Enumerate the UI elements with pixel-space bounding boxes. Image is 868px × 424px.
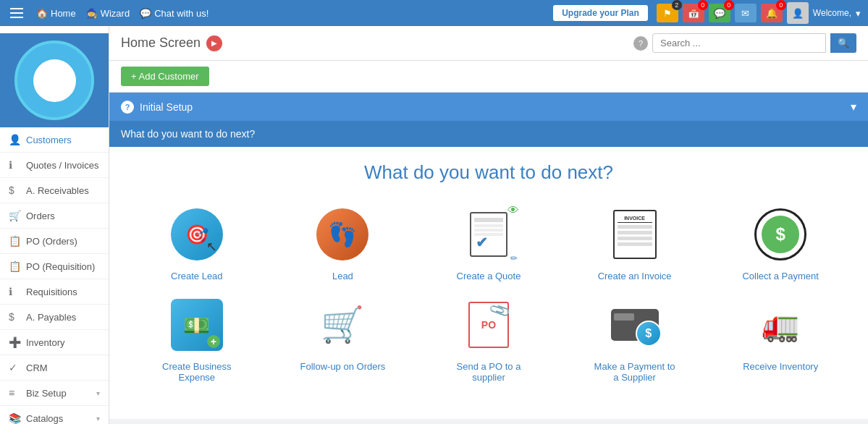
expense-plus-icon: + (207, 335, 220, 348)
biz-setup-arrow-icon: ▾ (96, 389, 100, 397)
chat-badge-count: 0 (724, 0, 734, 10)
sidebar-label-orders: Orders (26, 211, 55, 221)
chat-link[interactable]: 💬 Chat with us! (140, 8, 208, 19)
quote-doc-icon: ✔ 👁 ✏ (463, 208, 515, 260)
invoice-doc-icon: INVOICE (609, 208, 661, 260)
payables-icon: $ (9, 311, 20, 323)
lead-circle-icon: 👣 (316, 208, 368, 260)
setup-banner-label: Initial Setup (140, 101, 193, 113)
sidebar-label-po-orders: PO (Orders) (26, 236, 77, 247)
top-nav-left: 🏠 Home 🧙 Wizard 💬 Chat with us! (7, 5, 544, 21)
sidebar-label-inventory: Inventory (26, 337, 64, 348)
sidebar-item-payables[interactable]: $ A. Payables (0, 305, 109, 330)
catalogs-arrow-icon: ▾ (96, 415, 100, 423)
search-help-icon[interactable]: ? (633, 36, 648, 51)
sidebar-item-quotes-invoices[interactable]: ℹ Quotes / Invoices (0, 153, 109, 178)
action-label-payment: Make a Payment to a Supplier (591, 361, 678, 383)
action-item-po[interactable]: 📎 PO Send a PO to a supplier (445, 296, 532, 383)
action-item-inventory[interactable]: 🚛 Receive Inventory (737, 296, 824, 383)
action-label-quote: Create a Quote (457, 271, 521, 281)
setup-question-icon: ? (121, 101, 134, 114)
page-title: Home Screen (121, 35, 201, 51)
invoice-doc-shape: INVOICE (613, 210, 657, 259)
sidebar-item-inventory[interactable]: ➕ Inventory (0, 330, 109, 355)
sidebar-label-po-req: PO (Requisition) (26, 261, 95, 272)
setup-banner-left: ? Initial Setup (121, 101, 193, 114)
quote-edit-icon: ✏ (510, 253, 518, 263)
bell-icon-badge[interactable]: 🔔 0 (761, 4, 783, 22)
home-link[interactable]: 🏠 Home (36, 8, 76, 19)
sidebar-label-crm: CRM (26, 362, 48, 373)
collect-circle-icon: $ (754, 208, 806, 260)
forklift-icon: 🚛 (754, 299, 806, 351)
sidebar-label-catalogs: Catalogs (26, 413, 63, 424)
top-nav-icons: ⚑ 2 📅 0 💬 0 ✉ 🔔 0 👤 Welcome, ▾ (657, 2, 861, 24)
sidebar-item-receivables[interactable]: $ A. Receivables (0, 178, 109, 203)
followup-icon-container: 🛒 (313, 296, 371, 354)
dropdown-arrow-icon[interactable]: ▾ (856, 8, 861, 19)
quote-doc-shape: ✔ (470, 212, 507, 257)
cart-icon: 🛒 (316, 299, 368, 351)
sidebar-label-requisitions: Requisitions (26, 287, 77, 297)
invoice-title-label: INVOICE (618, 216, 652, 223)
action-label-po: Send a PO to a supplier (445, 361, 532, 383)
page-title-row: Home Screen ▶ (121, 35, 222, 51)
lead-icon: 👣 (313, 205, 371, 263)
sidebar-item-po-requisition[interactable]: 📋 PO (Requisition) (0, 254, 109, 279)
customers-icon: 👤 (9, 134, 20, 145)
sidebar-item-po-orders[interactable]: 📋 PO (Orders) (0, 229, 109, 254)
sidebar-logo (0, 33, 109, 127)
action-label-followup: Follow-up on Orders (300, 361, 386, 372)
action-item-collect[interactable]: $ Collect a Payment (737, 205, 824, 281)
sidebar-item-catalogs[interactable]: 📚 Catalogs ▾ (0, 406, 109, 424)
wizard-link[interactable]: 🧙 Wizard (86, 8, 130, 19)
sidebar-label-quotes: Quotes / Invoices (26, 160, 98, 171)
search-input[interactable] (652, 33, 826, 53)
search-bar: ? 🔍 (633, 33, 856, 53)
action-item-quote[interactable]: ✔ 👁 ✏ Create a Quote (445, 205, 532, 281)
setup-collapse-button[interactable]: ▾ (851, 100, 856, 114)
crm-icon: ✓ (9, 362, 20, 373)
create-lead-icon: 🎯 ↖ (168, 205, 226, 263)
action-grid-row2: 💵 + Create Business Expense 🛒 Follow-up … (131, 296, 846, 383)
flag-badge-count: 2 (672, 0, 682, 10)
setup-banner: ? Initial Setup ▾ (109, 93, 868, 121)
sidebar-label-customers: Customers (26, 135, 72, 145)
action-item-expense[interactable]: 💵 + Create Business Expense (153, 296, 240, 383)
action-item-lead[interactable]: 👣 Lead (299, 205, 386, 281)
calendar-icon-badge[interactable]: 📅 0 (683, 4, 704, 22)
sidebar-item-customers[interactable]: 👤 Customers (0, 127, 109, 153)
avatar[interactable]: 👤 (787, 2, 809, 24)
what-next-banner: What do you want to do next? (109, 121, 868, 147)
create-lead-circle-icon: 🎯 ↖ (171, 208, 223, 260)
email-icon-badge[interactable]: ✉ (735, 4, 757, 22)
cart-svg-icon: 🛒 (321, 305, 364, 345)
upgrade-button[interactable]: Upgrade your Plan (553, 5, 648, 21)
search-button[interactable]: 🔍 (830, 33, 856, 53)
action-item-payment[interactable]: $ Make a Payment to a Supplier (591, 296, 678, 383)
sidebar-item-biz-setup[interactable]: ≡ Biz Setup ▾ (0, 381, 109, 406)
flag-icon-badge[interactable]: ⚑ 2 (657, 4, 678, 22)
what-next-label: What do you want to do next? (121, 128, 255, 140)
content-area: Home Screen ▶ ? 🔍 + Add Customer ? Initi… (109, 26, 868, 424)
main-layout: 👤 Customers ℹ Quotes / Invoices $ A. Rec… (0, 26, 868, 424)
invoice-lines (618, 225, 652, 246)
sidebar-item-orders[interactable]: 🛒 Orders (0, 203, 109, 229)
action-item-followup[interactable]: 🛒 Follow-up on Orders (299, 296, 386, 383)
action-label-invoice: Create an Invoice (598, 271, 672, 281)
hamburger-menu[interactable] (7, 5, 26, 21)
po-icon-shape: 📎 PO (463, 299, 515, 351)
chat-icon-badge[interactable]: 💬 0 (709, 4, 730, 22)
payment-card-shape: $ (611, 309, 659, 341)
action-label-create-lead: Create Lead (171, 271, 223, 281)
action-grid-container: What do you want to do next? 🎯 ↖ Create … (109, 147, 868, 419)
payment-icon-shape: $ (609, 299, 661, 351)
sidebar-item-crm[interactable]: ✓ CRM (0, 355, 109, 381)
action-item-create-lead[interactable]: 🎯 ↖ Create Lead (153, 205, 240, 281)
action-item-invoice[interactable]: INVOICE Create an Invoice (591, 205, 678, 281)
add-customer-button[interactable]: + Add Customer (121, 67, 209, 86)
sidebar-item-requisitions[interactable]: ℹ Requisitions (0, 279, 109, 305)
play-button[interactable]: ▶ (206, 35, 222, 51)
quote-eye-icon: 👁 (507, 204, 519, 217)
po-icon-container: 📎 PO (460, 296, 518, 354)
